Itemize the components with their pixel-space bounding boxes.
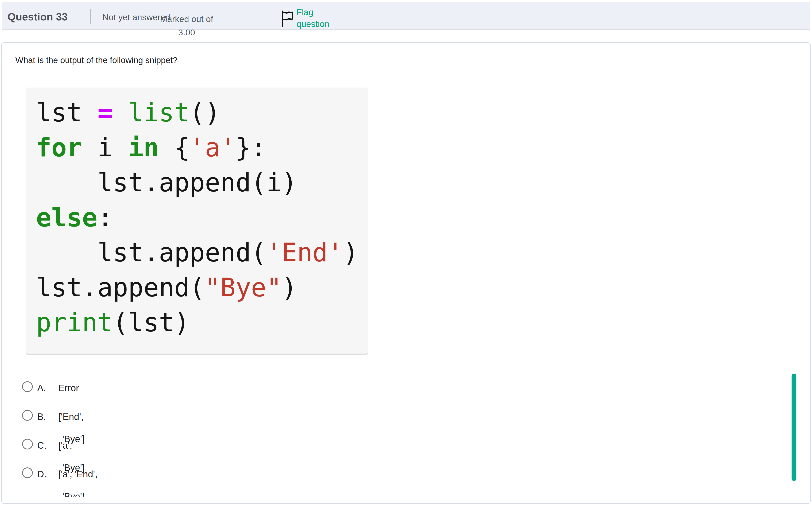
option-letter: C. bbox=[37, 436, 47, 455]
option-radio[interactable] bbox=[22, 381, 33, 392]
option-text[interactable]: Error bbox=[58, 377, 79, 399]
answer-option-d: D.['a', 'End','Bye'] bbox=[2, 459, 787, 488]
answer-option-b: B.['End','Bye'] bbox=[2, 401, 787, 430]
marks-value: 3.00 bbox=[153, 26, 220, 39]
code-line: lst.append("Bye") bbox=[36, 270, 368, 305]
header-divider bbox=[90, 9, 91, 24]
options-list: A.ErrorB.['End','Bye']C.['a','Bye']D.['a… bbox=[2, 373, 787, 496]
question-number: Question 33 bbox=[7, 11, 68, 23]
option-letter: B. bbox=[37, 407, 46, 426]
marked-out-of-label: Marked out of bbox=[153, 12, 220, 26]
code-line: lst = list() bbox=[36, 95, 368, 130]
code-block: lst = list()for i in {'a'}: lst.append(i… bbox=[26, 88, 368, 355]
code-line: lst.append(i) bbox=[36, 165, 368, 200]
question-prompt: What is the output of the following snip… bbox=[16, 55, 177, 65]
question-marks: Marked out of 3.00 bbox=[153, 12, 220, 39]
option-radio[interactable] bbox=[22, 467, 33, 478]
flag-question-link[interactable]: Flag question bbox=[281, 6, 347, 30]
question-header: Question 33 Not yet answered Marked out … bbox=[2, 2, 810, 30]
option-text[interactable]: ['a', 'End','Bye'] bbox=[58, 463, 97, 496]
answer-option-c: C.['a','Bye'] bbox=[2, 430, 787, 459]
code-line: for i in {'a'}: bbox=[36, 130, 368, 165]
answer-option-a: A.Error bbox=[2, 373, 787, 401]
option-radio[interactable] bbox=[22, 410, 33, 421]
flag-question-label[interactable]: Flag question bbox=[296, 6, 347, 30]
scroll-indicator[interactable] bbox=[791, 374, 796, 481]
code-line: else: bbox=[36, 200, 368, 235]
option-letter: A. bbox=[37, 379, 46, 397]
question-card: What is the output of the following snip… bbox=[1, 42, 811, 504]
flag-icon bbox=[281, 9, 294, 28]
code-line: lst.append('End') bbox=[36, 235, 368, 270]
code-line: print(lst) bbox=[36, 305, 368, 340]
option-radio[interactable] bbox=[22, 439, 33, 450]
option-letter: D. bbox=[37, 465, 47, 483]
